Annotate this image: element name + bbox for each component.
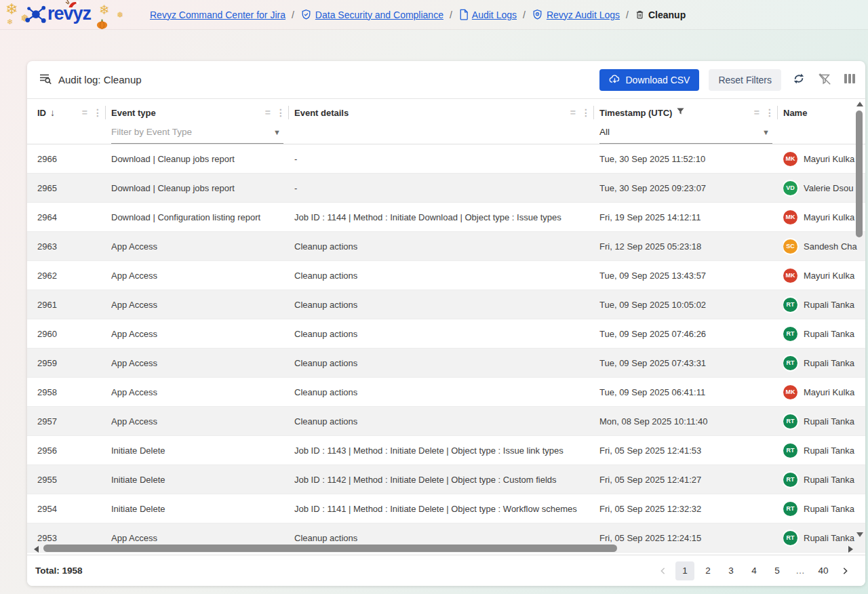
- cell-event-details: Cleanup actions: [294, 232, 599, 260]
- column-header-timestamp[interactable]: Timestamp (UTC) = ⋮: [599, 99, 783, 121]
- drag-handle-icon[interactable]: =: [754, 107, 759, 118]
- cell-event-details: -: [294, 144, 599, 173]
- shield-check-icon: [300, 9, 312, 20]
- avatar: VD: [783, 181, 797, 195]
- table-row[interactable]: 2960App AccessCleanup actionsTue, 09 Sep…: [27, 319, 865, 349]
- timestamp-filter-value: All: [599, 127, 762, 137]
- chevron-down-icon[interactable]: ▼: [762, 128, 770, 136]
- filter-off-button[interactable]: [816, 71, 833, 89]
- column-header-name[interactable]: Name: [783, 99, 865, 121]
- cell-event-type: App Access: [111, 378, 294, 406]
- column-header-event-type[interactable]: Event type = ⋮: [111, 99, 294, 121]
- avatar: RT: [783, 356, 797, 370]
- vertical-scroll-thumb[interactable]: [856, 111, 863, 237]
- snowflake-icon: ❄: [5, 2, 18, 17]
- breadcrumb-link[interactable]: Audit Logs: [472, 9, 517, 20]
- breadcrumb-link[interactable]: Revyz Command Center for Jira: [150, 9, 285, 20]
- refresh-button[interactable]: [791, 71, 807, 89]
- breadcrumb-link[interactable]: Data Security and Compliance: [315, 9, 443, 20]
- next-page-button[interactable]: [837, 563, 853, 579]
- cell-id: 2957: [27, 407, 111, 435]
- cell-id: 2963: [27, 232, 111, 260]
- download-csv-button[interactable]: Download CSV: [599, 69, 699, 91]
- cell-event-details: Job ID : 1141 | Method : Initiate Delete…: [294, 494, 599, 523]
- avatar: RT: [783, 502, 797, 516]
- page-button[interactable]: 1: [675, 561, 694, 580]
- horizontal-scroll-thumb[interactable]: [43, 544, 617, 552]
- table-row[interactable]: 2965Download | Cleanup jobs report-Tue, …: [27, 174, 865, 203]
- breadcrumb: Revyz Command Center for Jira/Data Secur…: [150, 9, 686, 20]
- filter-off-icon: [818, 72, 831, 87]
- cell-name: MKMayuri Kulka: [783, 378, 865, 406]
- app-header: ❄ ❅ ❄ revyz ❄: [0, 0, 868, 30]
- table-row[interactable]: 2954Initiate DeleteJob ID : 1141 | Metho…: [27, 494, 865, 523]
- column-header-event-details[interactable]: Event details = ⋮: [294, 99, 599, 121]
- cell-event-details: Cleanup actions: [294, 290, 599, 319]
- cell-name: VDValerie Dsou: [783, 174, 865, 202]
- column-menu-icon[interactable]: ⋮: [765, 107, 774, 118]
- scroll-down-arrow[interactable]: [856, 532, 863, 537]
- event-type-filter-input[interactable]: [111, 127, 273, 137]
- cell-event-details: Cleanup actions: [294, 407, 599, 435]
- avatar: RT: [783, 327, 797, 341]
- scroll-right-arrow[interactable]: [848, 546, 853, 553]
- document-icon: [458, 9, 469, 20]
- table-row[interactable]: 2957App AccessCleanup actionsMon, 08 Sep…: [27, 407, 865, 436]
- table-row[interactable]: 2959App AccessCleanup actionsTue, 09 Sep…: [27, 349, 865, 378]
- user-name: Mayuri Kulka: [804, 387, 854, 397]
- table-row[interactable]: 2964Download | Configuration listing rep…: [27, 203, 865, 232]
- vertical-scrollbar[interactable]: [855, 102, 863, 542]
- table-row[interactable]: 2956Initiate DeleteJob ID : 1143 | Metho…: [27, 436, 865, 465]
- table-row[interactable]: 2958App AccessCleanup actionsTue, 09 Sep…: [27, 378, 865, 407]
- page-button[interactable]: 3: [722, 561, 741, 580]
- cell-id: 2959: [27, 349, 111, 377]
- drag-handle-icon[interactable]: =: [82, 107, 87, 118]
- pumpkin-icon: [96, 19, 108, 32]
- avatar: RT: [783, 531, 797, 545]
- reset-filters-button[interactable]: Reset Filters: [709, 69, 781, 91]
- page-button[interactable]: 4: [745, 561, 764, 580]
- columns-icon: [844, 73, 856, 86]
- header-filter-row: ▼ All ▼: [27, 121, 865, 144]
- table-row[interactable]: 2962App AccessCleanup actionsTue, 09 Sep…: [27, 261, 865, 290]
- filter-active-icon[interactable]: [676, 107, 685, 118]
- cell-name: MKMayuri Kulka: [783, 203, 865, 231]
- table-row[interactable]: 2955Initiate DeleteJob ID : 1142 | Metho…: [27, 465, 865, 494]
- cell-event-details: Cleanup actions: [294, 349, 599, 377]
- cell-id: 2954: [27, 494, 111, 523]
- column-menu-icon[interactable]: ⋮: [276, 107, 285, 118]
- horizontal-scrollbar[interactable]: [34, 544, 825, 553]
- cell-event-type: App Access: [111, 349, 294, 377]
- scroll-left-arrow[interactable]: [34, 546, 39, 553]
- column-label: Timestamp (UTC): [599, 108, 672, 118]
- column-label: ID: [37, 108, 46, 118]
- avatar: MK: [783, 385, 797, 399]
- drag-handle-icon[interactable]: =: [265, 107, 270, 118]
- page-button[interactable]: 40: [814, 561, 833, 580]
- cell-event-type: App Access: [111, 407, 294, 435]
- drag-handle-icon[interactable]: =: [570, 107, 575, 118]
- page-button[interactable]: 5: [768, 561, 787, 580]
- breadcrumb-separator: /: [450, 9, 452, 20]
- scroll-up-arrow[interactable]: [856, 102, 863, 106]
- cell-event-details: Cleanup actions: [294, 261, 599, 290]
- column-header-id[interactable]: ID ↓ = ⋮: [27, 99, 111, 121]
- snowflake-icon: ❄: [7, 18, 13, 26]
- table-row[interactable]: 2961App AccessCleanup actionsTue, 09 Sep…: [27, 290, 865, 319]
- prev-page-button[interactable]: [655, 563, 671, 579]
- sort-desc-icon[interactable]: ↓: [50, 107, 55, 118]
- timestamp-filter-select[interactable]: All ▼: [599, 121, 772, 144]
- table-row[interactable]: 2963App AccessCleanup actionsFri, 12 Sep…: [27, 232, 865, 261]
- cell-id: 2960: [27, 319, 111, 348]
- breadcrumb-link[interactable]: Revyz Audit Logs: [547, 9, 620, 20]
- page-button[interactable]: 2: [698, 561, 717, 580]
- column-menu-icon[interactable]: ⋮: [93, 107, 102, 118]
- chevron-down-icon[interactable]: ▼: [273, 128, 281, 136]
- user-name: Rupali Tanka: [804, 358, 854, 368]
- columns-button[interactable]: [842, 72, 857, 87]
- column-menu-icon[interactable]: ⋮: [581, 107, 591, 118]
- shield-scan-icon: [532, 9, 543, 20]
- table-row[interactable]: 2966Download | Cleanup jobs report-Tue, …: [27, 144, 865, 174]
- user-name: Rupali Tanka: [804, 533, 854, 543]
- breadcrumb-separator: /: [292, 9, 294, 20]
